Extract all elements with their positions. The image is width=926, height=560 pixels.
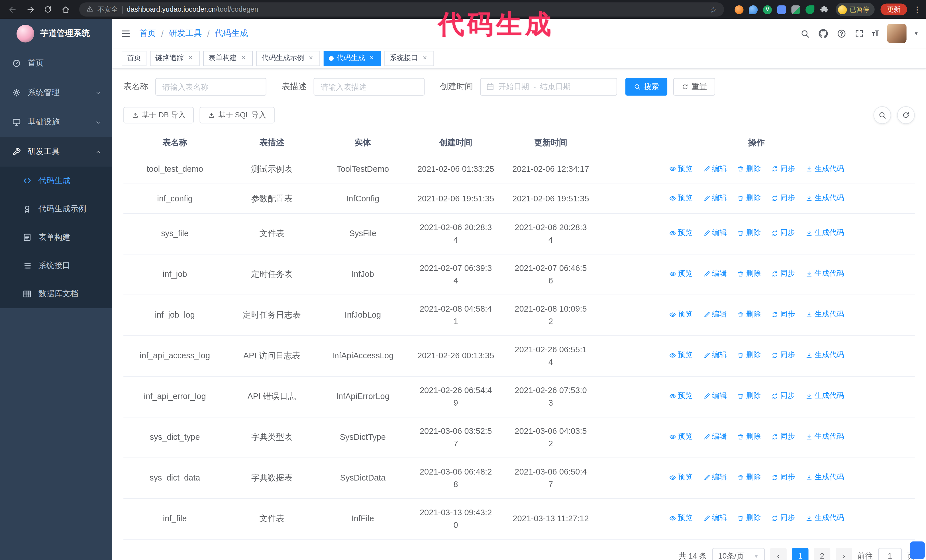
preview-link[interactable]: 预览 [669, 227, 693, 239]
edit-link[interactable]: 编辑 [703, 267, 727, 280]
delete-link[interactable]: 删除 [737, 390, 761, 403]
delete-link[interactable]: 删除 [737, 431, 761, 443]
font-size-icon[interactable]: TT [872, 29, 879, 38]
user-avatar[interactable] [887, 24, 906, 43]
browser-forward-button[interactable] [23, 2, 38, 17]
tab-home[interactable]: 首页 [122, 50, 147, 66]
browser-menu-icon[interactable]: ⋮ [913, 5, 921, 14]
extension-icon-6[interactable] [805, 5, 814, 14]
sync-link[interactable]: 同步 [772, 471, 795, 484]
help-icon[interactable] [837, 29, 846, 38]
edit-link[interactable]: 编辑 [703, 431, 727, 443]
generate-code-link[interactable]: 生成代码 [806, 431, 844, 443]
browser-home-button[interactable] [58, 2, 73, 17]
edit-link[interactable]: 编辑 [703, 163, 727, 175]
extension-icon-2[interactable] [749, 5, 758, 14]
breadcrumb-devtools[interactable]: 研发工具 [169, 28, 202, 38]
preview-link[interactable]: 预览 [669, 163, 693, 175]
goto-page-input[interactable] [878, 548, 902, 560]
generate-code-link[interactable]: 生成代码 [806, 227, 844, 239]
sync-link[interactable]: 同步 [772, 390, 795, 403]
browser-profile-chip[interactable]: 已暂停 [836, 3, 875, 16]
sidebar-item-infra[interactable]: 基础设施 [0, 107, 112, 137]
sidebar-item-codegen-demo[interactable]: 代码生成示例 [0, 195, 112, 223]
page-size-select[interactable]: 10条/页 ▼ [712, 548, 765, 560]
sidebar-item-codegen[interactable]: 代码生成 [0, 167, 112, 195]
security-warning-icon[interactable] [86, 4, 94, 15]
generate-code-link[interactable]: 生成代码 [806, 308, 844, 321]
table-desc-input[interactable] [314, 78, 425, 96]
address-bar[interactable]: 不安全 dashboard.yudao.iocoder.cn/tool/code… [79, 2, 724, 17]
page-button-1[interactable]: 1 [792, 548, 808, 560]
search-icon[interactable] [800, 29, 809, 38]
edit-link[interactable]: 编辑 [703, 512, 727, 525]
delete-link[interactable]: 删除 [737, 349, 761, 361]
generate-code-link[interactable]: 生成代码 [806, 192, 844, 205]
extension-icon-5[interactable] [791, 5, 800, 14]
sync-link[interactable]: 同步 [772, 512, 795, 525]
preview-link[interactable]: 预览 [669, 308, 693, 321]
generate-code-link[interactable]: 生成代码 [806, 349, 844, 361]
edit-link[interactable]: 编辑 [703, 471, 727, 484]
browser-update-button[interactable]: 更新 [881, 3, 907, 15]
sync-link[interactable]: 同步 [772, 267, 795, 280]
app-logo[interactable]: 芋道管理系统 [0, 19, 112, 48]
github-icon[interactable] [818, 28, 828, 38]
generate-code-link[interactable]: 生成代码 [806, 163, 844, 175]
import-sql-button[interactable]: 基于 SQL 导入 [200, 107, 274, 123]
preview-link[interactable]: 预览 [669, 349, 693, 361]
sync-link[interactable]: 同步 [772, 192, 795, 205]
extension-icon-3[interactable]: V [763, 5, 772, 14]
import-db-button[interactable]: 基于 DB 导入 [123, 107, 194, 123]
tab-close-icon[interactable]: × [421, 54, 429, 62]
tab-codegen-demo[interactable]: 代码生成示例× [256, 50, 320, 66]
delete-link[interactable]: 删除 [737, 471, 761, 484]
preview-link[interactable]: 预览 [669, 471, 693, 484]
tab-close-icon[interactable]: × [240, 54, 248, 62]
page-button-2[interactable]: 2 [814, 548, 830, 560]
sidebar-item-api[interactable]: 系统接口 [0, 252, 112, 280]
extension-icon-1[interactable] [735, 5, 743, 14]
sync-link[interactable]: 同步 [772, 431, 795, 443]
reset-button[interactable]: 重置 [673, 78, 715, 96]
breadcrumb-home[interactable]: 首页 [139, 28, 156, 38]
toggle-search-button[interactable] [873, 106, 891, 124]
bookmark-star-icon[interactable]: ☆ [710, 5, 717, 14]
preview-link[interactable]: 预览 [669, 431, 693, 443]
sync-link[interactable]: 同步 [772, 349, 795, 361]
edit-link[interactable]: 编辑 [703, 390, 727, 403]
delete-link[interactable]: 删除 [737, 163, 761, 175]
delete-link[interactable]: 删除 [737, 308, 761, 321]
edit-link[interactable]: 编辑 [703, 227, 727, 239]
tab-form-builder[interactable]: 表单构建× [203, 50, 253, 66]
generate-code-link[interactable]: 生成代码 [806, 267, 844, 280]
edit-link[interactable]: 编辑 [703, 308, 727, 321]
delete-link[interactable]: 删除 [737, 512, 761, 525]
tab-codegen[interactable]: 代码生成× [324, 50, 381, 66]
browser-reload-button[interactable] [40, 2, 56, 17]
preview-link[interactable]: 预览 [669, 192, 693, 205]
tab-api[interactable]: 系统接口× [384, 50, 434, 66]
next-page-button[interactable]: › [836, 548, 852, 560]
sidebar-item-db-doc[interactable]: 数据库文档 [0, 280, 112, 308]
avatar-caret-icon[interactable]: ▾ [915, 30, 918, 37]
edit-link[interactable]: 编辑 [703, 192, 727, 205]
sync-link[interactable]: 同步 [772, 163, 795, 175]
sidebar-item-home[interactable]: 首页 [0, 48, 112, 78]
browser-back-button[interactable] [5, 2, 20, 17]
corner-widget[interactable] [910, 542, 925, 559]
delete-link[interactable]: 删除 [737, 227, 761, 239]
preview-link[interactable]: 预览 [669, 267, 693, 280]
tab-close-icon[interactable]: × [368, 54, 375, 62]
sidebar-item-devtools[interactable]: 研发工具 [0, 137, 112, 167]
tab-tracing[interactable]: 链路追踪× [150, 50, 200, 66]
refresh-table-button[interactable] [897, 106, 915, 124]
delete-link[interactable]: 删除 [737, 192, 761, 205]
search-button[interactable]: 搜索 [625, 78, 667, 96]
generate-code-link[interactable]: 生成代码 [806, 471, 844, 484]
hamburger-icon[interactable] [112, 28, 139, 38]
sidebar-item-system[interactable]: 系统管理 [0, 78, 112, 108]
generate-code-link[interactable]: 生成代码 [806, 390, 844, 403]
preview-link[interactable]: 预览 [669, 512, 693, 525]
extension-icon-4[interactable] [777, 5, 786, 14]
